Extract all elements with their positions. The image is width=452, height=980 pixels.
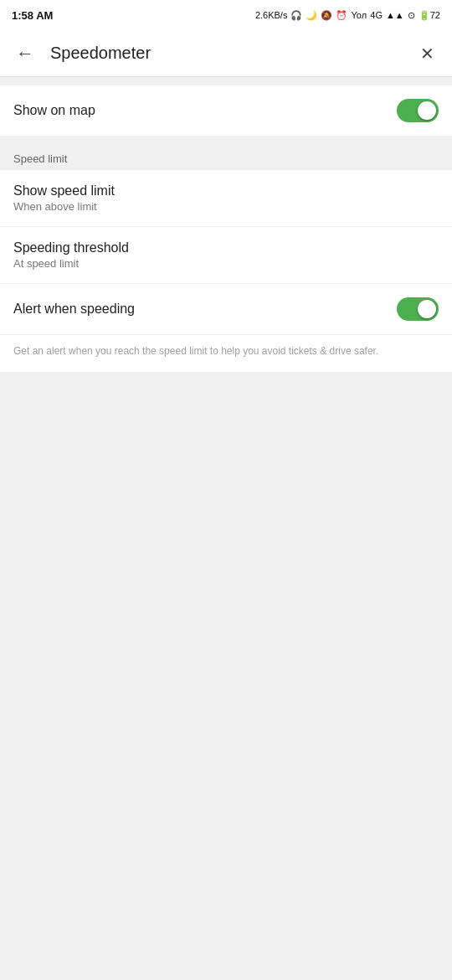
speeding-threshold-title: Speeding threshold xyxy=(13,240,129,255)
speed-limit-group: Show speed limit When above limit Speedi… xyxy=(0,170,452,372)
alert-when-speeding-label: Alert when speeding xyxy=(13,302,135,317)
status-time: 1:58 AM xyxy=(12,9,53,22)
alert-when-speeding-row: Alert when speeding xyxy=(0,284,452,335)
wifi-icon: Yoл xyxy=(351,10,367,20)
show-on-map-group: Show on map xyxy=(0,85,452,136)
speeding-threshold-text: Speeding threshold At speed limit xyxy=(13,240,129,270)
status-icons: 2.6KB/s 🎧 🌙 🔕 ⏰ Yoл 4G ▲▲ ⊙ 🔋72 xyxy=(255,10,440,21)
alert-toggle-track xyxy=(397,297,439,321)
battery-icon: 🔋72 xyxy=(419,10,440,21)
speeding-threshold-row[interactable]: Speeding threshold At speed limit xyxy=(0,227,452,284)
alarm-icon: ⏰ xyxy=(336,10,347,21)
speed-limit-section-header: Speed limit xyxy=(0,144,452,170)
show-speed-limit-title: Show speed limit xyxy=(13,183,115,199)
show-on-map-toggle[interactable] xyxy=(397,99,439,122)
app-bar-left: ← Speedometer xyxy=(10,39,151,69)
moon-icon: 🌙 xyxy=(306,10,317,21)
back-icon: ← xyxy=(16,43,34,64)
status-bar: 1:58 AM 2.6KB/s 🎧 🌙 🔕 ⏰ Yoл 4G ▲▲ ⊙ 🔋72 xyxy=(0,0,452,30)
headphone-icon: 🎧 xyxy=(290,10,302,21)
speeding-threshold-subtitle: At speed limit xyxy=(13,257,129,270)
toggle-track xyxy=(397,99,439,122)
alert-when-speeding-toggle[interactable] xyxy=(397,297,439,321)
show-on-map-row: Show on map xyxy=(0,85,452,136)
section-divider-1 xyxy=(0,136,452,144)
show-speed-limit-text: Show speed limit When above limit xyxy=(13,183,115,213)
back-button[interactable]: ← xyxy=(10,39,40,69)
speeding-info-text: Get an alert when you reach the speed li… xyxy=(0,335,452,372)
mute-icon: 🔕 xyxy=(321,10,332,21)
top-divider xyxy=(0,77,452,85)
show-speed-limit-subtitle: When above limit xyxy=(13,200,115,213)
toggle-thumb xyxy=(418,101,436,120)
hdmi-icon: ⊙ xyxy=(408,10,415,21)
network-speed: 2.6KB/s xyxy=(255,10,288,20)
show-speed-limit-row[interactable]: Show speed limit When above limit xyxy=(0,170,452,227)
signal-icon: 4G xyxy=(370,10,383,20)
alert-toggle-thumb xyxy=(418,300,436,318)
close-icon: ✕ xyxy=(420,44,434,64)
close-button[interactable]: ✕ xyxy=(412,39,442,69)
app-bar: ← Speedometer ✕ xyxy=(0,30,452,77)
show-on-map-label: Show on map xyxy=(13,103,95,118)
signal-bars-icon: ▲▲ xyxy=(386,10,404,20)
page-title: Speedometer xyxy=(50,44,151,63)
